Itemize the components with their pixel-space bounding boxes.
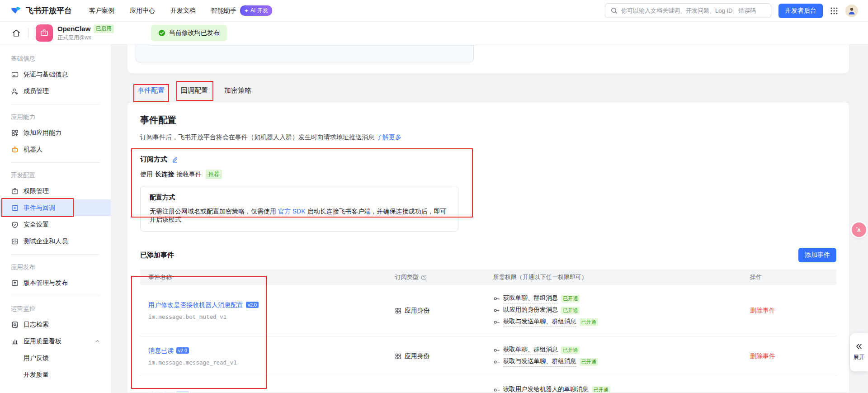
event-table-row: 消息已读v2.0 im.message.message_read_v1 应用身份… <box>140 336 836 376</box>
permission-line: 获取与发送单聊、群组消息 已开通 <box>493 357 750 367</box>
key-icon <box>493 359 500 365</box>
search-input[interactable] <box>621 7 765 14</box>
brand-title: 飞书开放平台 <box>26 5 72 16</box>
sparkle-icon: ✦ <box>244 8 249 14</box>
permission-label[interactable]: 获取与发送单聊、群组消息 <box>503 317 576 327</box>
sidebar-item-members[interactable]: 成员管理 <box>0 83 111 99</box>
version-badge: v2.0 <box>176 392 189 392</box>
col-header-event-name: 事件名称 <box>140 273 395 281</box>
user-avatar[interactable] <box>845 5 858 17</box>
version-badge: v2.0 <box>176 347 189 354</box>
chevron-up-icon[interactable] <box>95 339 100 344</box>
event-name-link[interactable]: 消息已读 <box>148 347 174 354</box>
section-title: 事件配置 <box>140 114 836 126</box>
config-mode-box: 配置方式 无需注册公网域名或配置加密策略，仅需使用 官方 SDK 启动长连接飞书… <box>140 186 458 232</box>
sidebar-item-dev-quality[interactable]: 开发质量 <box>0 366 111 383</box>
permission-label[interactable]: 获取与发送单聊、群组消息 <box>503 357 576 367</box>
svg-text:A: A <box>857 227 861 233</box>
robot-icon <box>11 146 19 153</box>
subscribe-mode-title-row: 订阅方式 <box>140 155 836 164</box>
event-code: im.message.message_read_v1 <box>148 359 390 366</box>
add-event-button[interactable]: 添加事件 <box>798 248 836 262</box>
col-header-permissions: 所需权限（开通以下任一权限即可） <box>493 273 750 281</box>
official-sdk-link[interactable]: 官方 SDK <box>278 208 306 215</box>
expand-panel-button[interactable]: 展开 <box>850 333 868 371</box>
sidebar-item-bot[interactable]: 机器人 <box>0 141 111 158</box>
tab-event-config[interactable]: 事件配置 <box>137 80 165 102</box>
permission-line: 以应用的身份发消息 已开通 <box>493 306 750 315</box>
nav-link-appcenter[interactable]: 应用中心 <box>130 7 155 15</box>
key-icon <box>493 347 500 354</box>
home-icon[interactable] <box>10 28 23 38</box>
log-search-icon <box>11 321 19 328</box>
permission-label[interactable]: 获取单聊、群组消息 <box>503 294 558 303</box>
app-grid-icon[interactable] <box>830 7 838 15</box>
app-icon[interactable] <box>36 24 53 42</box>
scrolled-inner-panel <box>136 44 474 62</box>
sidebar-item-permissions[interactable]: 权限管理 <box>0 183 111 199</box>
added-events-header: 已添加事件 添加事件 <box>140 248 836 262</box>
sidebar-section-capability: 应用能力 <box>0 109 111 124</box>
grid-plus-icon <box>11 129 19 137</box>
tab-callback-config[interactable]: 回调配置 <box>181 80 208 102</box>
edit-pencil-icon[interactable] <box>172 156 178 163</box>
sidebar-item-add-capability[interactable]: 添加应用能力 <box>0 124 111 141</box>
app-subtitle: 正式应用@wx <box>57 34 114 42</box>
developer-console-button[interactable]: 开发者后台 <box>778 4 823 18</box>
permission-line: 读取用户发给机器人的单聊消息 已开通 <box>493 385 750 392</box>
col-header-action: 操作 <box>750 273 836 281</box>
app-header: OpenClaw 已启用 正式应用@wx 当前修改均已发布 <box>0 22 868 44</box>
ai-dev-badge[interactable]: ✦AI 开发 <box>240 5 272 16</box>
permission-label[interactable]: 读取用户发给机器人的单聊消息 <box>503 385 589 392</box>
nav-links: 客户案例 应用中心 开发文档 智能助手 ✦AI 开发 <box>89 5 272 16</box>
permission-line: 获取与发送单聊、群组消息 已开通 <box>493 317 750 327</box>
sidebar-item-quality-board[interactable]: 应用质量看板 <box>0 333 111 350</box>
permission-label[interactable]: 获取单聊、群组消息 <box>503 346 558 355</box>
learn-more-link[interactable]: 了解更多 <box>376 133 401 141</box>
tab-encryption-policy[interactable]: 加密策略 <box>224 80 251 102</box>
delete-event-link[interactable]: 删除事件 <box>750 352 775 360</box>
event-name-link[interactable]: 接收消息 <box>148 391 174 392</box>
key-icon <box>493 295 500 302</box>
events-table-header: 事件名称 订阅类型 所需权限（开通以下任一权限即可） 操作 <box>140 270 836 285</box>
question-circle-icon[interactable] <box>421 275 427 280</box>
recommend-badge: 推荐 <box>206 170 222 179</box>
version-badge: v2.0 <box>246 302 259 308</box>
upload-icon <box>11 279 19 287</box>
event-config-card: 事件配置 订阅事件后，飞书开放平台将会在事件（如机器人入群）发生时向请求地址推送… <box>127 102 849 392</box>
translate-fab[interactable]: A <box>852 223 866 237</box>
divider <box>11 162 100 163</box>
sidebar-item-version-release[interactable]: 版本管理与发布 <box>0 275 111 291</box>
sidebar-item-events-callbacks[interactable]: 事件与回调 <box>0 199 111 216</box>
global-search[interactable] <box>605 3 771 18</box>
permission-open-badge: 已开通 <box>561 346 580 354</box>
brand[interactable]: 飞书开放平台 <box>10 5 72 17</box>
expand-label: 展开 <box>854 354 865 361</box>
section-description: 订阅事件后，飞书开放平台将会在事件（如机器人入群）发生时向请求地址推送消息 了解… <box>140 133 836 142</box>
sidebar-item-test-org[interactable]: 测试企业和人员 <box>0 233 111 250</box>
nav-link-assistant[interactable]: 智能助手 ✦AI 开发 <box>211 5 272 16</box>
sidebar-item-user-feedback[interactable]: 用户反馈 <box>0 350 111 366</box>
nav-link-docs[interactable]: 开发文档 <box>170 7 196 15</box>
shield-check-icon <box>11 221 19 228</box>
events-table-body: 用户修改是否接收机器人消息配置v2.0 im.message.bot_muted… <box>140 285 836 392</box>
scrolled-card-top <box>127 44 849 73</box>
main-content: 事件配置 回调配置 加密策略 事件配置 订阅事件后，飞书开放平台将会在事件（如机… <box>111 44 868 393</box>
event-callback-icon <box>11 204 19 212</box>
sidebar-item-security[interactable]: 安全设置 <box>0 216 111 233</box>
bar-chart-icon <box>11 338 19 345</box>
permission-open-badge: 已开通 <box>580 358 598 366</box>
app-status-badge: 已启用 <box>94 24 114 33</box>
subscribe-mode-line: 使用 长连接 接收事件 推荐 <box>140 170 836 179</box>
permission-open-badge: 已开通 <box>561 295 580 303</box>
event-name-link[interactable]: 用户修改是否接收机器人消息配置 <box>148 301 243 308</box>
delete-event-link[interactable]: 删除事件 <box>750 307 775 314</box>
subscription-type: 应用身份 <box>395 307 493 315</box>
tabs-bar: 事件配置 回调配置 加密策略 <box>127 80 849 102</box>
nav-link-cases[interactable]: 客户案例 <box>89 7 114 15</box>
mode-value: 长连接 <box>155 170 174 179</box>
permission-label[interactable]: 以应用的身份发消息 <box>503 306 558 315</box>
double-chevron-left-icon <box>855 343 863 350</box>
sidebar-item-log-search[interactable]: 日志检索 <box>0 316 111 333</box>
sidebar-item-credentials[interactable]: 凭证与基础信息 <box>0 66 111 83</box>
